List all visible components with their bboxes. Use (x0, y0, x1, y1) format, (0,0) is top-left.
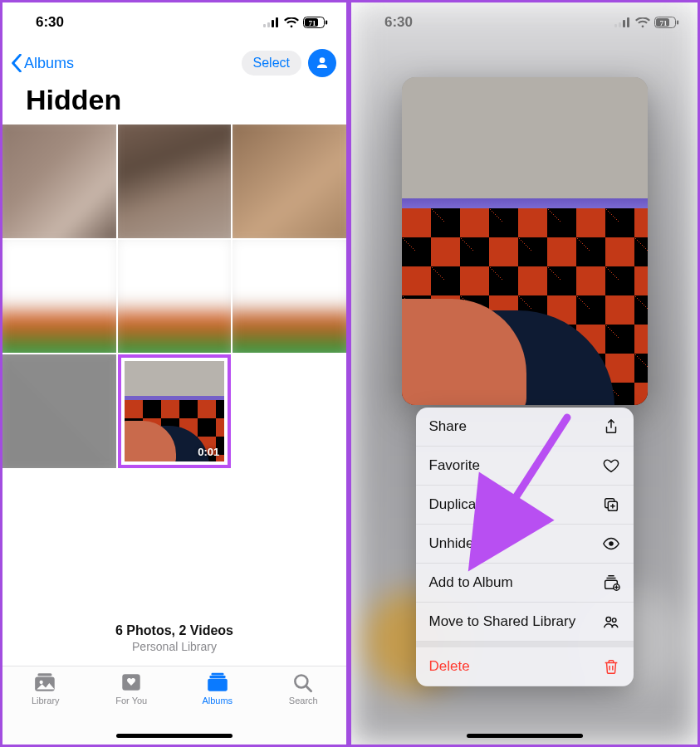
summary-library: Personal Library (2, 640, 346, 653)
screen-context-menu: 6:30 71 Share Favorite Duplicate Unhide … (349, 0, 700, 747)
menu-label: Delete (429, 658, 470, 675)
status-icons: 71 (263, 17, 328, 28)
photo-thumb[interactable] (2, 124, 116, 238)
svg-rect-24 (677, 21, 678, 25)
menu-share[interactable]: Share (416, 408, 634, 447)
profile-button[interactable] (308, 49, 336, 77)
empty-cell (233, 354, 346, 468)
tab-label: For You (115, 696, 147, 706)
home-indicator[interactable] (467, 734, 583, 738)
video-duration: 0:01 (198, 446, 219, 458)
tab-search[interactable]: Search (261, 671, 347, 745)
battery-icon: 71 (303, 17, 328, 28)
photo-thumb[interactable] (233, 240, 346, 354)
cellular-icon (263, 17, 280, 27)
status-bar: 6:30 71 (2, 2, 346, 42)
wifi-icon (284, 17, 299, 28)
menu-duplicate[interactable]: Duplicate (416, 486, 634, 525)
menu-add-to-album[interactable]: Add to Album (416, 564, 634, 603)
status-bar: 6:30 71 (351, 2, 698, 42)
svg-rect-3 (276, 17, 278, 27)
svg-rect-2 (272, 20, 274, 27)
eye-icon (602, 535, 620, 553)
svg-rect-14 (211, 673, 223, 676)
select-button[interactable]: Select (242, 51, 301, 76)
for-you-icon (119, 671, 144, 693)
nav-bar: Albums Select (2, 42, 346, 82)
photo-thumb[interactable] (2, 354, 116, 468)
svg-rect-20 (627, 17, 629, 27)
svg-rect-12 (208, 679, 228, 691)
chevron-left-icon (11, 54, 22, 72)
status-time: 6:30 (384, 14, 413, 31)
shared-library-icon (602, 613, 620, 631)
menu-unhide[interactable]: Unhide (416, 525, 634, 564)
menu-delete[interactable]: Delete (416, 647, 634, 686)
menu-label: Favorite (429, 457, 480, 474)
page-title: Hidden (2, 82, 346, 124)
home-indicator[interactable] (116, 734, 233, 738)
photo-thumb[interactable] (2, 240, 116, 354)
photo-thumb[interactable] (118, 240, 232, 354)
album-summary: 6 Photos, 2 Videos Personal Library (2, 623, 346, 653)
summary-count: 6 Photos, 2 Videos (2, 623, 346, 638)
menu-label: Unhide (429, 535, 474, 552)
context-menu: Share Favorite Duplicate Unhide Add to A… (416, 408, 634, 686)
menu-separator (416, 642, 634, 647)
menu-label: Move to Shared Library (429, 613, 576, 630)
duplicate-icon (602, 496, 620, 514)
status-time: 6:30 (36, 14, 64, 31)
menu-favorite[interactable]: Favorite (416, 447, 634, 486)
battery-icon: 71 (654, 17, 679, 28)
svg-rect-19 (623, 20, 625, 27)
status-icons: 71 (614, 17, 679, 28)
svg-text:71: 71 (309, 19, 317, 27)
search-icon (291, 671, 316, 693)
album-add-icon (602, 574, 620, 592)
svg-point-29 (606, 618, 611, 622)
wifi-icon (635, 17, 650, 28)
back-label: Albums (24, 55, 74, 72)
svg-rect-0 (263, 24, 266, 27)
back-button[interactable]: Albums (11, 54, 74, 72)
photo-grid: 0:01 (2, 124, 346, 468)
tab-bar: Library For You Albums Search (2, 666, 346, 745)
tab-library[interactable]: Library (2, 671, 89, 745)
library-icon (33, 671, 58, 693)
menu-label: Add to Album (429, 574, 513, 591)
svg-text:71: 71 (660, 19, 668, 27)
person-icon (315, 56, 330, 71)
menu-label: Duplicate (429, 496, 488, 513)
svg-point-30 (612, 618, 616, 622)
photo-thumb[interactable] (233, 124, 346, 238)
tab-label: Search (289, 696, 318, 706)
svg-rect-1 (267, 22, 270, 27)
svg-rect-17 (614, 24, 617, 27)
svg-point-10 (39, 681, 42, 684)
heart-icon (602, 456, 620, 475)
video-thumb-highlighted[interactable]: 0:01 (118, 354, 232, 468)
screen-hidden-album: 6:30 71 Albums Select Hidden 0:01 (0, 0, 349, 747)
menu-label: Share (429, 418, 467, 435)
svg-rect-9 (37, 673, 51, 676)
svg-point-26 (609, 541, 614, 546)
tab-label: Library (32, 696, 60, 706)
cellular-icon (614, 17, 631, 27)
svg-rect-13 (209, 676, 225, 678)
photo-thumb[interactable] (118, 124, 232, 238)
share-icon (602, 417, 620, 436)
menu-move-shared[interactable]: Move to Shared Library (416, 603, 634, 642)
photo-preview[interactable] (402, 77, 648, 405)
albums-icon (205, 671, 230, 693)
tab-label: Albums (202, 696, 233, 706)
svg-line-16 (306, 686, 311, 691)
svg-rect-18 (619, 22, 621, 27)
svg-rect-7 (326, 21, 327, 25)
trash-icon (602, 657, 620, 676)
